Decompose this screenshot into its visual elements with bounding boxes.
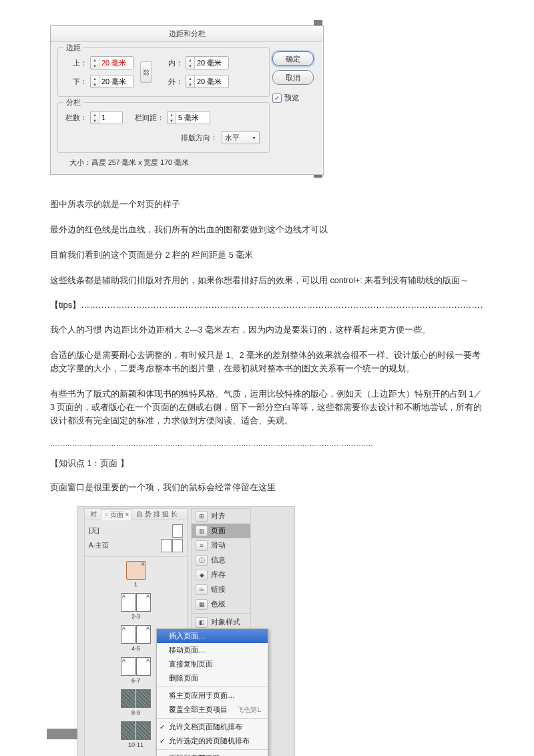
dialog-title: 边距和分栏 xyxy=(51,26,323,42)
page-label: 8-9 xyxy=(131,709,140,716)
paragraph: 页面窗口是很重要的一个项，我们的鼠标会经常停留在这里 xyxy=(50,481,484,494)
page-5-thumb[interactable]: A xyxy=(136,625,151,644)
ok-button[interactable]: 确定 xyxy=(272,51,314,66)
link-margins-icon[interactable]: ⛓ xyxy=(140,61,152,83)
page-label: 10-11 xyxy=(128,741,144,748)
paragraph: 有些书为了版式的新颖和体现书的独特风格、气质，运用比较特殊的版心，例如天（上边距… xyxy=(50,387,484,427)
paragraph: 最外边的红色线是出血线，我们所有的出血的图都要做到这个边线才可以 xyxy=(50,223,484,236)
panel-item-pages[interactable]: ▥页面 xyxy=(192,524,250,538)
master-a-thumb-l[interactable] xyxy=(161,539,172,552)
page-label: 6-7 xyxy=(131,677,140,684)
direction-label: 排版方向： xyxy=(181,133,218,143)
page-2-thumb[interactable]: A xyxy=(121,593,136,612)
panel-item-object-styles[interactable]: ◧对象样式 xyxy=(192,615,250,630)
page-1-thumb[interactable]: A xyxy=(126,561,146,580)
master-a-thumb-r[interactable] xyxy=(172,539,183,552)
check-icon: ✓ xyxy=(160,737,165,745)
menu-duplicate-page[interactable]: 直接复制页面 xyxy=(157,657,268,671)
gutter-spinner[interactable]: ▲▼ xyxy=(167,111,210,124)
cancel-button[interactable]: 取消 xyxy=(272,70,314,85)
paragraph: 目前我们看到的这个页面是分 2 栏的 栏间距是 5 毫米 xyxy=(50,248,484,262)
tab-other[interactable]: 对 xyxy=(87,509,99,520)
menu-numbering-section[interactable]: 页码和章节选项… xyxy=(157,751,268,756)
panel-item-links[interactable]: ∞链接 xyxy=(192,582,250,597)
menu-allow-shuffle-sel[interactable]: ✓允许选定的跨页随机排布 xyxy=(157,734,268,748)
bottom-spinner[interactable]: ▲▼ xyxy=(90,75,134,88)
bottom-input[interactable] xyxy=(99,75,133,87)
paragraph: 合适的版心是需要耐心去调整的，有时候只是 1、2 毫米的差别整体的效果就会很不一… xyxy=(50,349,484,375)
swatches-icon: ▦ xyxy=(196,599,208,610)
menu-insert-pages[interactable]: 插入页面… xyxy=(157,629,268,643)
outer-spinner[interactable]: ▲▼ xyxy=(186,75,229,88)
page-7-thumb[interactable]: A xyxy=(136,657,151,676)
pages-context-menu: 插入页面… 移动页面… 直接复制页面 删除页面 将主页应用于页面… 覆盖全部主页… xyxy=(156,628,268,756)
outer-input[interactable] xyxy=(195,75,228,87)
inner-input[interactable] xyxy=(195,57,228,69)
top-spinner[interactable]: ▲▼ xyxy=(90,56,134,69)
margins-columns-dialog: 边距和分栏 确定 取消 ✓ 预览 边距 xyxy=(50,25,324,175)
paragraph: 我个人的习惯 内边距比外边距稍大 2—3 毫米左右，因为内边是要装订的，这样看起… xyxy=(50,323,484,337)
menu-delete-page[interactable]: 删除页面 xyxy=(157,671,268,685)
links-icon: ∞ xyxy=(196,584,208,595)
page-label: 1 xyxy=(134,581,138,588)
menu-apply-master[interactable]: 将主页应用于页面… xyxy=(157,689,268,703)
preview-checkbox[interactable]: ✓ 预览 xyxy=(272,93,314,103)
panel-item-align[interactable]: ⊞对齐 xyxy=(192,509,250,524)
panel-item-info[interactable]: ⓘ信息 xyxy=(192,553,250,568)
check-icon: ✓ xyxy=(272,93,282,103)
page-6-thumb[interactable]: A xyxy=(121,657,136,676)
paragraph: 这些线条都是辅助我们排版对齐用的，如果你想看排好后的效果，可以用 control… xyxy=(50,274,484,287)
panel-item-swatches[interactable]: ▦色板 xyxy=(192,597,250,612)
menu-move-pages[interactable]: 移动页面… xyxy=(157,643,268,657)
margins-fieldset: 边距 上： ▲▼ 下： xyxy=(57,47,270,97)
cols-label: 栏数： xyxy=(63,113,87,123)
knowledge-point-title: 【知识点 1：页面 】 xyxy=(50,457,484,470)
top-input[interactable] xyxy=(99,57,133,69)
page-8-thumb[interactable] xyxy=(121,689,136,708)
spread-icon: ≡ xyxy=(196,540,208,551)
page-3-thumb[interactable]: A xyxy=(136,593,151,612)
check-icon: ✓ xyxy=(160,723,165,731)
page-label: 4-5 xyxy=(131,645,140,652)
tab-pages[interactable]: ○ 页面 × xyxy=(101,509,132,520)
margins-dialog-screenshot: 边距和分栏 确定 取消 ✓ 预览 边距 xyxy=(50,20,322,178)
page-10-thumb[interactable] xyxy=(121,721,136,740)
paragraph: 图中所表示的就是一个对页的样子 xyxy=(50,198,484,211)
info-icon: ⓘ xyxy=(196,555,208,566)
gutter-input[interactable] xyxy=(176,112,210,124)
chevron-down-icon: ▼ xyxy=(252,136,256,140)
top-label: 上： xyxy=(63,58,87,68)
inner-spinner[interactable]: ▲▼ xyxy=(186,56,229,69)
dialog-footer-size: 大小：高度 257 毫米 x 宽度 170 毫米 xyxy=(57,158,316,168)
direction-select[interactable]: 水平 ▼ xyxy=(222,131,260,144)
bottom-label: 下： xyxy=(63,77,87,87)
master-a[interactable]: A-主页 xyxy=(89,541,109,550)
menu-allow-shuffle-doc[interactable]: ✓允许文档页面随机排布 xyxy=(157,720,268,734)
cols-spinner[interactable]: ▲▼ xyxy=(90,111,123,124)
page-11-thumb[interactable] xyxy=(136,721,151,740)
page-9-thumb[interactable] xyxy=(136,689,151,708)
layers-icon: ◆ xyxy=(196,570,208,580)
menu-override-master[interactable]: 覆盖全部主页项目飞仓第L xyxy=(157,703,268,717)
tips-heading: 【tips】…………………………………………………………………………………………… xyxy=(50,299,484,311)
tab-rest[interactable]: 自 势 排 挺 长 xyxy=(134,509,180,520)
gutter-label: 栏间距： xyxy=(132,113,164,123)
divider-dots: …………………………………………………………………………………………………………… xyxy=(50,439,484,447)
cols-input[interactable] xyxy=(99,112,122,124)
object-styles-icon: ◧ xyxy=(196,617,208,628)
master-none[interactable]: [无] xyxy=(89,526,99,536)
panel-item-layers[interactable]: ◆库存 xyxy=(192,568,250,582)
columns-fieldset: 分栏 栏数： ▲▼ 栏间距： ▲▼ xyxy=(57,102,270,153)
inner-label: 内： xyxy=(159,58,183,68)
columns-legend: 分栏 xyxy=(63,98,83,108)
masters-section: [无] A-主页 xyxy=(85,520,187,557)
outer-label: 外： xyxy=(159,77,183,87)
margins-legend: 边距 xyxy=(63,43,83,53)
pages-panel-screenshot: 对 ○ 页面 × 自 势 排 挺 长 [无] A-主页 xyxy=(77,506,295,756)
pages-icon: ▥ xyxy=(196,526,208,536)
page-4-thumb[interactable]: A xyxy=(121,625,136,644)
panel-tabs: 对 ○ 页面 × 自 势 排 挺 长 xyxy=(85,509,187,520)
page-label: 2-3 xyxy=(131,613,140,620)
master-none-thumb[interactable] xyxy=(172,524,183,538)
panel-item-spread[interactable]: ≡滑动 xyxy=(192,538,250,553)
